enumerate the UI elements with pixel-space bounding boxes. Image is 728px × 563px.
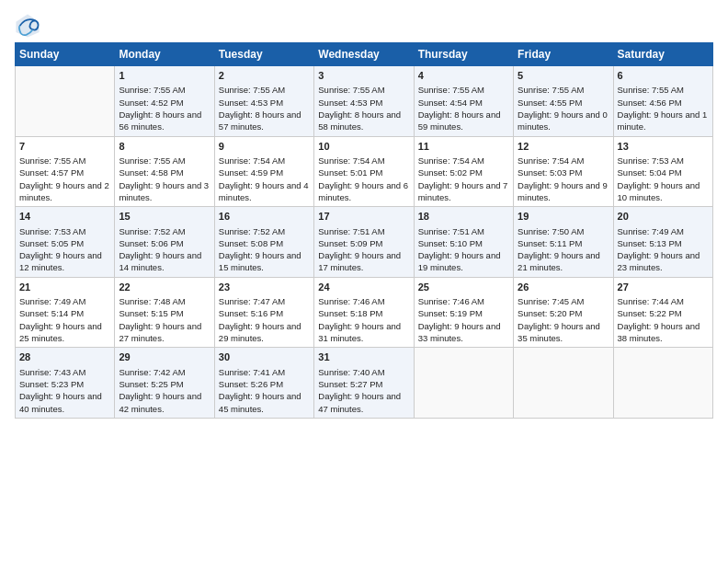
calendar-cell: 20Sunrise: 7:49 AMSunset: 5:13 PMDayligh… [613,207,712,278]
day-number: 5 [518,69,609,83]
sunset-text: Sunset: 4:52 PM [119,98,183,108]
sunset-text: Sunset: 5:25 PM [119,379,183,389]
sunset-text: Sunset: 5:06 PM [119,238,183,248]
sunrise-text: Sunrise: 7:54 AM [318,155,384,166]
sunset-text: Sunset: 5:20 PM [518,308,582,318]
sunrise-text: Sunrise: 7:49 AM [618,226,684,236]
calendar-cell: 27Sunrise: 7:44 AMSunset: 5:22 PMDayligh… [613,277,712,348]
sunset-text: Sunset: 4:53 PM [219,98,283,108]
sunset-text: Sunset: 5:05 PM [19,238,84,248]
calendar-cell [16,66,115,137]
day-number: 1 [119,69,210,83]
sunset-text: Sunset: 5:01 PM [318,167,382,178]
calendar-header-row: SundayMondayTuesdayWednesdayThursdayFrid… [16,43,713,66]
daylight-text: Daylight: 9 hours and 27 minutes. [119,321,201,343]
sunset-text: Sunset: 5:14 PM [19,308,84,318]
calendar-cell: 2Sunrise: 7:55 AMSunset: 4:53 PMDaylight… [214,66,313,137]
sunset-text: Sunset: 5:10 PM [418,238,483,248]
sunrise-text: Sunrise: 7:55 AM [518,85,584,95]
calendar-cell: 11Sunrise: 7:54 AMSunset: 5:02 PMDayligh… [414,136,513,207]
page: SundayMondayTuesdayWednesdayThursdayFrid… [0,0,728,563]
sunset-text: Sunset: 5:15 PM [119,308,183,318]
daylight-text: Daylight: 8 hours and 59 minutes. [418,109,501,132]
day-number: 14 [19,210,110,224]
sunset-text: Sunset: 5:26 PM [219,379,283,389]
sunset-text: Sunset: 5:08 PM [219,238,283,248]
sunrise-text: Sunrise: 7:46 AM [418,296,484,306]
sunset-text: Sunset: 4:53 PM [318,98,382,108]
sunset-text: Sunset: 5:27 PM [318,379,382,389]
sunrise-text: Sunrise: 7:52 AM [219,226,285,236]
daylight-text: Daylight: 8 hours and 58 minutes. [318,109,401,132]
daylight-text: Daylight: 9 hours and 9 minutes. [518,180,608,202]
calendar-cell [613,348,712,419]
daylight-text: Daylight: 9 hours and 38 minutes. [618,321,700,343]
sunrise-text: Sunrise: 7:43 AM [19,367,85,377]
day-number: 4 [418,69,509,83]
sunset-text: Sunset: 5:04 PM [618,167,682,178]
sunset-text: Sunset: 4:56 PM [618,98,682,108]
sunrise-text: Sunrise: 7:53 AM [19,226,85,236]
sunrise-text: Sunrise: 7:48 AM [119,296,185,306]
daylight-text: Daylight: 9 hours and 7 minutes. [418,180,508,202]
calendar-cell: 7Sunrise: 7:55 AMSunset: 4:57 PMDaylight… [16,136,115,207]
sunrise-text: Sunrise: 7:49 AM [19,296,85,306]
sunrise-text: Sunrise: 7:42 AM [119,367,185,377]
day-number: 15 [119,210,210,224]
calendar-cell: 28Sunrise: 7:43 AMSunset: 5:23 PMDayligh… [16,348,115,419]
header-cell-sunday: Sunday [16,43,115,66]
sunset-text: Sunset: 4:55 PM [518,98,582,108]
logo [15,13,44,39]
calendar-row: 14Sunrise: 7:53 AMSunset: 5:05 PMDayligh… [16,207,713,278]
day-number: 18 [418,210,509,224]
sunrise-text: Sunrise: 7:54 AM [418,155,484,166]
daylight-text: Daylight: 9 hours and 15 minutes. [219,250,301,272]
sunset-text: Sunset: 5:02 PM [418,167,483,178]
day-number: 21 [19,281,110,294]
sunset-text: Sunset: 4:54 PM [418,98,483,108]
day-number: 23 [219,281,310,294]
daylight-text: Daylight: 9 hours and 14 minutes. [119,250,201,272]
sunset-text: Sunset: 5:13 PM [618,238,682,248]
header-cell-saturday: Saturday [613,43,712,66]
calendar-cell [414,348,513,419]
sunrise-text: Sunrise: 7:46 AM [318,296,384,306]
calendar-cell: 25Sunrise: 7:46 AMSunset: 5:19 PMDayligh… [414,277,513,348]
daylight-text: Daylight: 9 hours and 2 minutes. [19,180,109,202]
sunset-text: Sunset: 5:16 PM [219,308,283,318]
calendar-cell: 31Sunrise: 7:40 AMSunset: 5:27 PMDayligh… [314,348,414,419]
sunrise-text: Sunrise: 7:55 AM [119,155,185,166]
sunset-text: Sunset: 5:19 PM [418,308,483,318]
daylight-text: Daylight: 9 hours and 45 minutes. [219,391,301,413]
calendar-cell: 18Sunrise: 7:51 AMSunset: 5:10 PMDayligh… [414,207,513,278]
sunrise-text: Sunrise: 7:55 AM [119,85,185,95]
sunset-text: Sunset: 4:59 PM [219,167,283,178]
day-number: 25 [418,281,509,294]
sunrise-text: Sunrise: 7:54 AM [518,155,584,166]
day-number: 7 [19,140,110,154]
calendar-cell: 29Sunrise: 7:42 AMSunset: 5:25 PMDayligh… [115,348,214,419]
calendar-cell: 15Sunrise: 7:52 AMSunset: 5:06 PMDayligh… [115,207,214,278]
sunset-text: Sunset: 5:09 PM [318,238,382,248]
sunrise-text: Sunrise: 7:53 AM [618,155,684,166]
sunrise-text: Sunrise: 7:44 AM [618,296,684,306]
day-number: 28 [19,350,110,364]
day-number: 6 [618,69,709,83]
day-number: 8 [119,140,210,154]
sunset-text: Sunset: 5:22 PM [618,308,682,318]
header-cell-tuesday: Tuesday [214,43,313,66]
day-number: 31 [318,350,409,364]
calendar-cell: 12Sunrise: 7:54 AMSunset: 5:03 PMDayligh… [514,136,613,207]
sunrise-text: Sunrise: 7:45 AM [518,296,584,306]
day-number: 29 [119,350,210,364]
daylight-text: Daylight: 9 hours and 10 minutes. [618,180,700,202]
calendar-cell [514,348,613,419]
sunrise-text: Sunrise: 7:47 AM [219,296,285,306]
calendar-cell: 5Sunrise: 7:55 AMSunset: 4:55 PMDaylight… [514,66,613,137]
daylight-text: Daylight: 8 hours and 56 minutes. [119,109,201,132]
day-number: 27 [618,281,709,294]
calendar-cell: 3Sunrise: 7:55 AMSunset: 4:53 PMDaylight… [314,66,414,137]
calendar-table: SundayMondayTuesdayWednesdayThursdayFrid… [15,42,713,419]
calendar-cell: 17Sunrise: 7:51 AMSunset: 5:09 PMDayligh… [314,207,414,278]
header-cell-friday: Friday [514,43,613,66]
